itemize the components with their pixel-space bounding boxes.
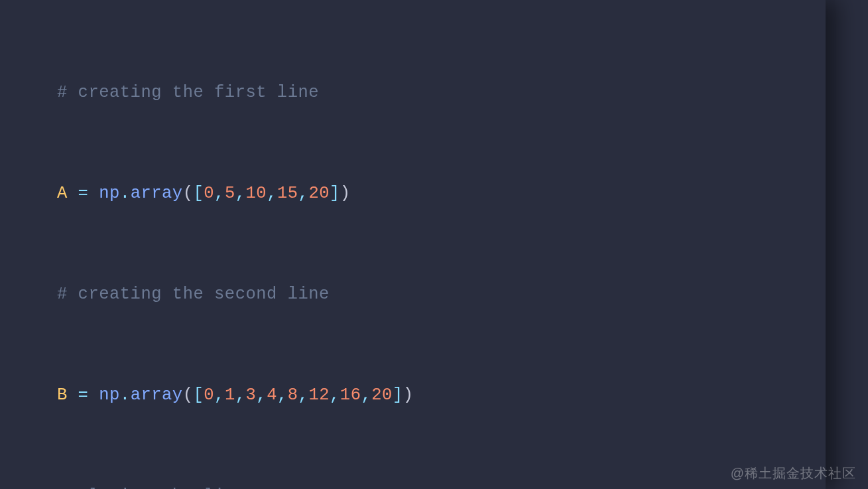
comment: # creating the second line xyxy=(57,285,330,304)
comment: # Ploting the line a xyxy=(57,486,267,489)
comma: , xyxy=(235,184,246,203)
equals-op: = xyxy=(68,184,99,203)
fn-array: array xyxy=(131,385,183,405)
number: 1 xyxy=(225,385,235,405)
watermark: @稀土掘金技术社区 xyxy=(731,464,856,482)
variable: A xyxy=(57,184,68,203)
rparen: ) xyxy=(340,184,351,203)
number: 12 xyxy=(308,385,330,405)
rbracket: ] xyxy=(393,385,403,405)
lbracket: [ xyxy=(193,184,204,203)
code-line[interactable] xyxy=(57,17,414,68)
code-line[interactable]: # creating the first line xyxy=(57,68,414,118)
fn-array: array xyxy=(131,184,183,203)
comma: , xyxy=(330,385,340,405)
comma: , xyxy=(361,385,371,405)
comma: , xyxy=(256,385,267,405)
module-np: np xyxy=(99,184,120,203)
number: 10 xyxy=(246,184,267,203)
lparen: ( xyxy=(183,385,194,405)
comma: , xyxy=(298,385,309,405)
partial xyxy=(57,0,68,1)
comma: , xyxy=(298,184,309,203)
comment: # creating the first line xyxy=(57,83,319,102)
code-editor-pane: # creating the first lineA = np.array([0… xyxy=(0,0,826,489)
rbracket: ] xyxy=(330,184,340,203)
dot: . xyxy=(120,184,131,203)
comma: , xyxy=(214,184,225,203)
dot: . xyxy=(120,385,131,405)
rparen: ) xyxy=(403,385,414,405)
lparen: ( xyxy=(183,184,194,203)
code-line[interactable]: A = np.array([0,5,10,15,20]) xyxy=(57,169,414,219)
code-line[interactable] xyxy=(57,320,414,370)
comma: , xyxy=(267,184,277,203)
gutter xyxy=(0,0,41,489)
comma: , xyxy=(214,385,225,405)
number: 3 xyxy=(246,385,257,405)
variable: B xyxy=(57,385,68,405)
code-line[interactable] xyxy=(57,0,414,17)
number: 0 xyxy=(204,385,214,405)
code-block[interactable]: # creating the first lineA = np.array([0… xyxy=(57,0,414,489)
number: 20 xyxy=(308,184,330,203)
code-line[interactable]: B = np.array([0,1,3,4,8,12,16,20]) xyxy=(57,370,414,421)
number: 4 xyxy=(267,385,277,405)
code-line[interactable] xyxy=(57,421,414,471)
code-line[interactable]: # Ploting the line a xyxy=(57,471,414,489)
number: 20 xyxy=(371,385,393,405)
code-line[interactable] xyxy=(57,118,414,169)
comma: , xyxy=(235,385,246,405)
number: 0 xyxy=(204,184,214,203)
module-np: np xyxy=(99,385,120,405)
number: 15 xyxy=(277,184,298,203)
number: 16 xyxy=(340,385,361,405)
number: 5 xyxy=(225,184,235,203)
equals-op: = xyxy=(68,385,99,405)
code-line[interactable] xyxy=(57,219,414,269)
lbracket: [ xyxy=(193,385,204,405)
number: 8 xyxy=(288,385,298,405)
code-line[interactable]: # creating the second line xyxy=(57,269,414,320)
comma: , xyxy=(277,385,288,405)
